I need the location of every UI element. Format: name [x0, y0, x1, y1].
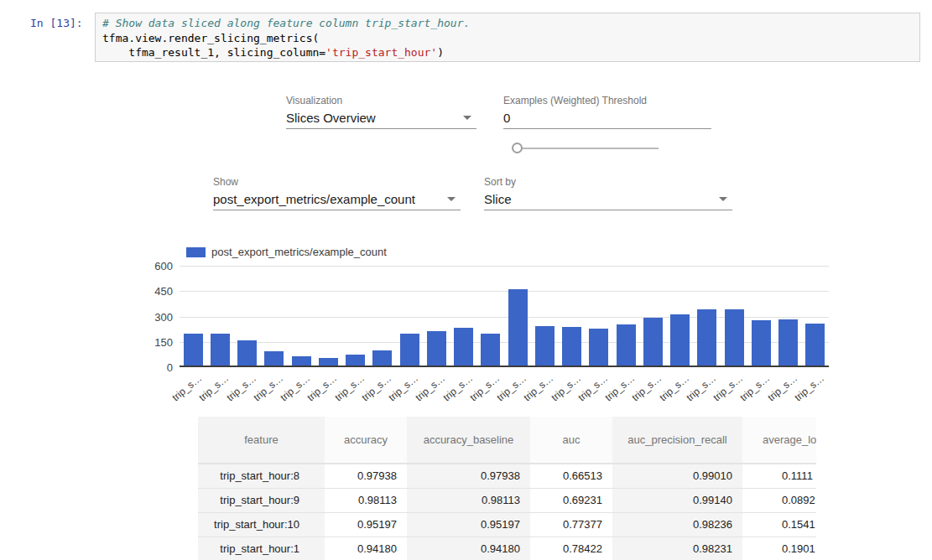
column-header: feature	[198, 417, 325, 464]
metric-cell: 0.1111	[742, 464, 816, 488]
table-row: trip_start_hour:80.979380.979380.665130.…	[198, 464, 816, 488]
y-axis-ticks: 0150300450600	[126, 266, 173, 367]
column-header: auc	[530, 417, 612, 464]
metric-cell: 0.95197	[325, 512, 407, 537]
bar[interactable]	[400, 334, 419, 366]
metric-cell: 0.95197	[407, 512, 530, 537]
feature-cell: trip_start_hour:10	[198, 512, 325, 537]
code-line-3: tfma_result_1, slicing_column='trip_star…	[102, 45, 913, 60]
bar[interactable]	[535, 326, 555, 366]
bar[interactable]	[292, 356, 311, 366]
metric-cell: 0.98113	[325, 488, 407, 512]
bar[interactable]	[778, 319, 798, 366]
metric-cell: 0.78422	[530, 537, 612, 560]
y-tick-label: 300	[126, 311, 173, 324]
gridline	[180, 291, 829, 292]
metric-cell: 0.99010	[612, 464, 742, 488]
bar[interactable]	[346, 355, 365, 366]
bar[interactable]	[617, 324, 636, 366]
feature-cell: trip_start_hour:8	[198, 464, 325, 488]
y-tick-label: 600	[126, 260, 173, 272]
visualization-underline	[286, 128, 476, 129]
legend-swatch	[186, 247, 206, 257]
code-line-3-args: tfma_result_1, slicing_column=	[102, 46, 325, 59]
metrics-table-container[interactable]: featureaccuracyaccuracy_baselineaucauc_p…	[198, 417, 816, 560]
metric-cell: 0.97938	[325, 464, 407, 488]
x-axis-line	[180, 366, 829, 367]
column-header: average_loss	[742, 417, 816, 464]
y-tick-label: 450	[126, 285, 173, 298]
show-dropdown[interactable]: post_export_metrics/example_count	[213, 192, 415, 206]
bar[interactable]	[372, 350, 392, 366]
legend-label: post_export_metrics/example_count	[211, 246, 387, 258]
bar[interactable]	[184, 334, 203, 366]
bar[interactable]	[319, 358, 338, 366]
metric-cell: 0.1541	[742, 512, 816, 537]
bar[interactable]	[237, 340, 257, 366]
metric-cell: 0.98113	[407, 488, 530, 512]
bar[interactable]	[454, 328, 473, 366]
sort-by-label: Sort by	[484, 176, 516, 188]
bar[interactable]	[643, 318, 663, 366]
threshold-slider-track[interactable]	[520, 148, 659, 149]
code-line-3-close: )	[437, 46, 444, 59]
metric-cell: 0.99140	[612, 488, 742, 512]
table-header-row: featureaccuracyaccuracy_baselineaucauc_p…	[198, 417, 816, 464]
code-string-literal: 'trip_start_hour'	[325, 46, 437, 59]
bar[interactable]	[508, 289, 528, 366]
threshold-underline	[503, 128, 711, 129]
code-line-2: tfma.view.render_slicing_metrics(	[102, 31, 913, 46]
threshold-input[interactable]: 0	[503, 111, 510, 125]
sort-by-dropdown-arrow-icon[interactable]	[719, 197, 727, 201]
bar[interactable]	[481, 334, 500, 366]
bar[interactable]	[697, 309, 716, 366]
bar[interactable]	[211, 334, 230, 366]
y-tick-label: 150	[126, 336, 173, 349]
bar[interactable]	[427, 331, 446, 366]
bar[interactable]	[589, 329, 608, 366]
metric-cell: 0.69231	[530, 488, 612, 512]
bar-chart-plot-area	[180, 266, 829, 367]
bar[interactable]	[264, 351, 284, 366]
y-tick-label: 0	[126, 361, 173, 374]
visualization-dropdown[interactable]: Slices Overview	[286, 111, 376, 125]
column-header: accuracy	[325, 417, 407, 464]
threshold-label: Examples (Weighted) Threshold	[503, 95, 647, 106]
bar[interactable]	[752, 320, 771, 366]
table-row: trip_start_hour:100.951970.951970.773770…	[198, 512, 816, 537]
bar[interactable]	[725, 309, 744, 366]
feature-cell: trip_start_hour:9	[198, 488, 325, 512]
show-underline	[213, 210, 461, 210]
code-comment: # Show data sliced along feature column …	[102, 16, 913, 31]
metric-cell: 0.94180	[325, 537, 407, 560]
visualization-dropdown-arrow-icon[interactable]	[463, 116, 471, 120]
column-header: auc_precision_recall	[612, 417, 742, 464]
bar[interactable]	[805, 324, 825, 366]
metrics-table: featureaccuracyaccuracy_baselineaucauc_p…	[198, 417, 816, 560]
metric-cell: 0.0892	[742, 488, 816, 512]
bar[interactable]	[670, 314, 690, 366]
visualization-label: Visualization	[286, 95, 342, 106]
feature-cell: trip_start_hour:1	[198, 537, 325, 560]
show-dropdown-arrow-icon[interactable]	[447, 197, 456, 201]
metric-cell: 0.94180	[407, 537, 530, 560]
bar[interactable]	[562, 327, 581, 366]
metric-cell: 0.1901	[742, 537, 816, 560]
code-editor[interactable]: # Show data sliced along feature column …	[95, 13, 920, 62]
metric-cell: 0.66513	[530, 464, 612, 488]
table-row: trip_start_hour:90.981130.981130.692310.…	[198, 488, 816, 512]
metric-cell: 0.97938	[407, 464, 530, 488]
metric-cell: 0.98236	[612, 512, 742, 537]
column-header: accuracy_baseline	[407, 417, 530, 464]
threshold-slider-handle[interactable]	[512, 143, 523, 153]
sort-by-underline	[484, 210, 732, 210]
metric-cell: 0.77377	[530, 512, 612, 537]
gridline	[180, 266, 829, 267]
show-label: Show	[213, 176, 238, 188]
cell-prompt: In [13]:	[30, 17, 91, 29]
x-axis-ticks: trip_s…trip_s…trip_s…trip_s…trip_s…trip_…	[180, 370, 867, 407]
sort-by-dropdown[interactable]: Slice	[484, 192, 512, 206]
metric-cell: 0.98231	[612, 537, 742, 560]
table-row: trip_start_hour:10.941800.941800.784220.…	[198, 537, 816, 560]
